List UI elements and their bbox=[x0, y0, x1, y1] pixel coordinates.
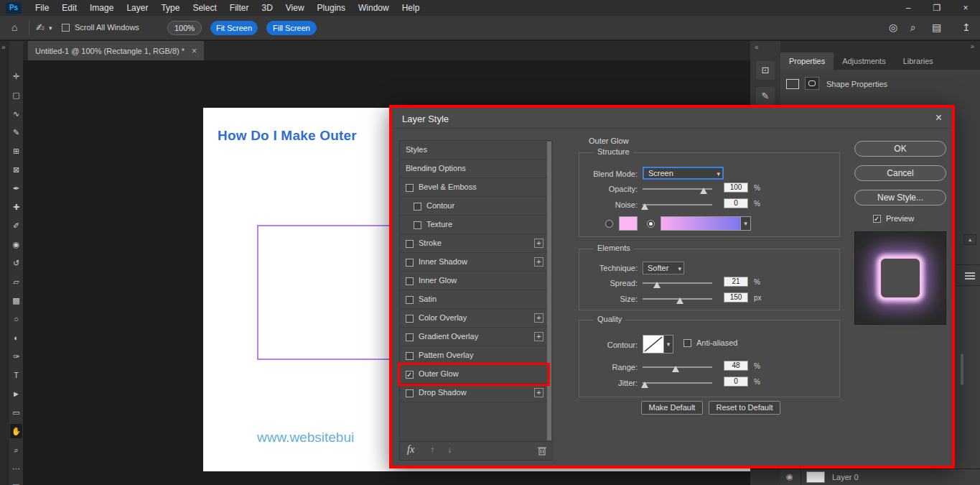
menu-file[interactable]: File bbox=[29, 0, 55, 16]
expand-panels-icon[interactable]: » bbox=[970, 42, 974, 50]
style-item-bevel-emboss[interactable]: Bevel & Emboss bbox=[400, 178, 548, 197]
add-instance-button[interactable]: + bbox=[534, 332, 543, 341]
jitter-slider[interactable] bbox=[643, 378, 712, 388]
healing-brush-tool[interactable]: ✚ bbox=[10, 200, 22, 214]
collapsed-panel-icon-2[interactable]: ✎ bbox=[756, 87, 775, 106]
type-tool[interactable]: T bbox=[10, 368, 22, 382]
fit-screen-button[interactable]: Fit Screen bbox=[210, 21, 258, 35]
size-value[interactable]: 150 bbox=[724, 292, 748, 302]
fx-icon[interactable]: fx bbox=[407, 444, 414, 456]
add-instance-button[interactable]: + bbox=[534, 313, 543, 323]
gradient-radio[interactable] bbox=[647, 220, 655, 228]
style-item-inner-shadow[interactable]: Inner Shadow+ bbox=[400, 253, 548, 272]
jitter-value[interactable]: 0 bbox=[724, 377, 748, 387]
range-slider[interactable] bbox=[643, 362, 712, 372]
marquee-tool[interactable]: ▢ bbox=[10, 88, 22, 102]
reset-to-default-button[interactable]: Reset to Default bbox=[709, 401, 780, 415]
menu-help[interactable]: Help bbox=[396, 0, 426, 16]
quick-selection-tool[interactable]: ✎ bbox=[10, 125, 22, 139]
zoom-tool[interactable]: ⌕ bbox=[10, 443, 22, 457]
tab-close-icon[interactable]: × bbox=[192, 46, 197, 56]
add-instance-button[interactable]: + bbox=[534, 239, 543, 248]
eyedropper-tool[interactable]: ✒ bbox=[10, 181, 22, 195]
minimize-icon[interactable]: – bbox=[894, 0, 923, 16]
gradient-tool[interactable]: ▩ bbox=[10, 293, 22, 308]
workspace-icon[interactable]: ▤ bbox=[932, 22, 941, 33]
dodge-tool[interactable]: ◐ bbox=[10, 331, 22, 345]
contour-picker[interactable] bbox=[643, 335, 664, 354]
rounded-rect-icon[interactable] bbox=[805, 77, 819, 90]
crop-tool[interactable]: ⊞ bbox=[10, 144, 22, 158]
range-value[interactable]: 48 bbox=[724, 361, 748, 371]
style-item-texture[interactable]: Texture bbox=[400, 216, 548, 234]
layer-thumbnail[interactable] bbox=[806, 471, 825, 483]
tab-adjustments[interactable]: Adjustments bbox=[834, 52, 895, 70]
cancel-button[interactable]: Cancel bbox=[854, 165, 946, 181]
menu-plugins[interactable]: Plugins bbox=[311, 0, 352, 16]
eraser-tool[interactable]: ▱ bbox=[10, 274, 22, 289]
dialog-close-icon[interactable]: × bbox=[935, 111, 942, 124]
menu-view[interactable]: View bbox=[279, 0, 311, 16]
size-slider[interactable] bbox=[643, 294, 712, 304]
scroll-all-windows-checkbox[interactable] bbox=[62, 24, 70, 32]
share-icon[interactable]: ↥ bbox=[962, 22, 971, 33]
tab-properties[interactable]: Properties bbox=[780, 52, 834, 70]
menu-window[interactable]: Window bbox=[352, 0, 396, 16]
collapse-panels-icon[interactable]: « bbox=[755, 43, 759, 51]
panel-scrollbar[interactable] bbox=[961, 354, 963, 385]
spread-slider[interactable] bbox=[643, 278, 712, 288]
ok-button[interactable]: OK bbox=[854, 141, 946, 157]
technique-select[interactable]: Softer ▾ bbox=[643, 262, 684, 274]
lasso-tool[interactable]: ∿ bbox=[10, 106, 22, 121]
style-item-pattern-overlay[interactable]: Pattern Overlay bbox=[400, 346, 548, 365]
rectangle-tool[interactable]: ▭ bbox=[10, 405, 22, 420]
home-icon[interactable]: ⌂ bbox=[11, 22, 17, 33]
noise-value[interactable]: 0 bbox=[724, 198, 748, 208]
frame-tool[interactable]: ⊠ bbox=[10, 162, 22, 177]
shape-outline-icon[interactable] bbox=[786, 79, 799, 89]
close-icon[interactable]: × bbox=[951, 0, 980, 16]
checkbox-gradient-overlay[interactable] bbox=[406, 333, 414, 341]
menu-type[interactable]: Type bbox=[154, 0, 186, 16]
contour-chevron-icon[interactable]: ▾ bbox=[664, 335, 673, 354]
add-instance-button[interactable]: + bbox=[534, 388, 543, 397]
solid-color-radio[interactable] bbox=[605, 220, 613, 228]
expand-panel-icon[interactable]: » bbox=[1, 43, 6, 51]
path-selection-tool[interactable]: ► bbox=[10, 387, 22, 401]
history-brush-tool[interactable]: ↺ bbox=[10, 256, 22, 270]
checkbox-bevel-emboss[interactable] bbox=[406, 184, 414, 192]
panel-menu-icon[interactable] bbox=[965, 272, 975, 274]
checkbox-stroke[interactable] bbox=[406, 240, 414, 248]
checkbox-drop-shadow[interactable] bbox=[406, 389, 414, 397]
checkbox-satin[interactable] bbox=[406, 296, 414, 304]
blend-mode-select[interactable]: Screen ▾ bbox=[643, 167, 724, 180]
style-item-styles[interactable]: Styles bbox=[400, 141, 548, 160]
toolbar-mode-icon[interactable]: ❏ bbox=[10, 480, 22, 485]
opacity-value[interactable]: 100 bbox=[724, 183, 748, 193]
checkbox-color-overlay[interactable] bbox=[406, 315, 414, 323]
menu-filter[interactable]: Filter bbox=[223, 0, 256, 16]
style-item-blending-options[interactable]: Blending Options bbox=[400, 160, 548, 178]
new-style-button[interactable]: New Style... bbox=[854, 190, 946, 205]
noise-slider[interactable] bbox=[643, 200, 712, 210]
gradient-chevron-icon[interactable]: ▾ bbox=[741, 216, 751, 231]
style-item-gradient-overlay[interactable]: Gradient Overlay+ bbox=[400, 328, 548, 346]
zoom-100-button[interactable]: 100% bbox=[167, 21, 202, 35]
layer-visibility-eye-icon[interactable]: ◉ bbox=[786, 472, 793, 481]
delete-effect-trash-icon[interactable] bbox=[538, 445, 546, 456]
style-item-color-overlay[interactable]: Color Overlay+ bbox=[400, 309, 548, 328]
style-item-stroke[interactable]: Stroke+ bbox=[400, 234, 548, 253]
document-tab[interactable]: Untitled-1 @ 100% (Rectangle 1, RGB/8) *… bbox=[28, 41, 204, 60]
menu-select[interactable]: Select bbox=[186, 0, 223, 16]
anti-aliased-checkbox[interactable] bbox=[683, 339, 691, 347]
checkbox-pattern-overlay[interactable] bbox=[406, 352, 414, 360]
opacity-slider[interactable] bbox=[643, 184, 712, 194]
style-item-contour[interactable]: Contour bbox=[400, 197, 548, 216]
checkbox-contour[interactable] bbox=[414, 203, 421, 211]
menu-image[interactable]: Image bbox=[83, 0, 120, 16]
clone-stamp-tool[interactable]: ◉ bbox=[10, 237, 22, 251]
move-effect-up-icon[interactable]: ↑ bbox=[430, 445, 434, 455]
style-item-inner-glow[interactable]: Inner Glow bbox=[400, 272, 548, 290]
collapsed-panel-icon-1[interactable]: ⊡ bbox=[756, 61, 775, 80]
move-effect-down-icon[interactable]: ↓ bbox=[447, 445, 452, 455]
